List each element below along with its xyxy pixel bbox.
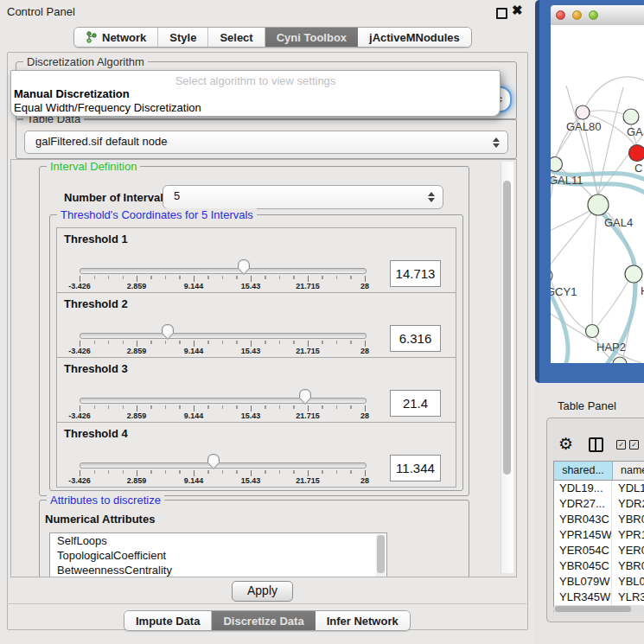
cell-name[interactable]: YDL1 — [612, 481, 644, 496]
slider-track[interactable] — [80, 333, 367, 339]
close-light-icon[interactable] — [556, 10, 565, 20]
slider-thumb[interactable] — [237, 258, 251, 276]
cell-shared-name[interactable]: YBR043C — [554, 512, 612, 527]
network-node-c[interactable] — [629, 145, 644, 162]
table-data-combo[interactable]: galFiltered.sif default node — [24, 131, 508, 154]
tab-select[interactable]: Select — [208, 28, 265, 47]
checkbox-icon[interactable]: ✓ — [629, 440, 639, 450]
cell-shared-name[interactable]: YBR045C — [554, 558, 612, 574]
tab-discretize-data[interactable]: Discretize Data — [212, 611, 315, 630]
split-table-columns-icon[interactable] — [589, 437, 603, 452]
network-node-hap2[interactable] — [586, 325, 599, 338]
slider-tick-label: 15.43 — [225, 347, 277, 355]
popup-option-manual-discretization[interactable]: Manual Discretization — [14, 87, 130, 100]
slider-track[interactable] — [80, 462, 367, 469]
table-panel-dock: Table Panel ⚙ ✓ ✓ shared... name YDL19..… — [534, 383, 644, 644]
network-node-gal4[interactable] — [588, 194, 609, 215]
minimize-light-icon[interactable] — [572, 10, 582, 20]
table-row[interactable]: YER054CYER0 — [554, 543, 644, 558]
table-row[interactable]: YPR145WYPR1 — [554, 527, 644, 543]
node-attribute-table[interactable]: shared... name YDL19...YDL1YDR27...YDR2Y… — [553, 461, 644, 612]
tab-jactivemnodules[interactable]: jActiveMNodules — [358, 28, 471, 47]
tab-infer-network[interactable]: Infer Network — [316, 611, 410, 630]
cell-name[interactable]: YBR0 — [612, 558, 644, 574]
table-panel-title: Table Panel — [558, 399, 616, 412]
list-scrollbar[interactable] — [376, 534, 386, 577]
scrollbar-thumb[interactable] — [377, 535, 385, 573]
slider-thumb[interactable] — [207, 453, 220, 470]
cell-shared-name[interactable]: YDR27... — [554, 496, 612, 512]
number-of-intervals-spinner[interactable]: 5 — [163, 185, 443, 209]
network-node-h[interactable] — [625, 265, 642, 283]
popup-option-equal-width-frequency[interactable]: Equal Width/Frequency Discretization — [14, 101, 201, 114]
tab-style[interactable]: Style — [158, 28, 208, 47]
cell-name[interactable]: YDR2 — [612, 496, 644, 512]
network-edge[interactable] — [583, 77, 644, 112]
table-row[interactable]: YDR27...YDR2 — [554, 496, 644, 512]
close-icon[interactable]: ✖ — [512, 3, 523, 18]
table-rows: YDL19...YDL1YDR27...YDR2YBR043CYBR0YPR14… — [554, 481, 644, 612]
network-icon — [86, 31, 97, 44]
cell-name[interactable]: YBL0 — [612, 574, 644, 590]
column-header-shared-name[interactable]: shared... — [554, 462, 613, 480]
scrollbar-thumb[interactable] — [555, 606, 631, 612]
apply-button[interactable]: Apply — [232, 581, 293, 602]
checkbox-icon[interactable]: ✓ — [616, 440, 626, 450]
float-window-icon[interactable] — [496, 8, 507, 19]
zoom-light-icon[interactable] — [589, 10, 598, 20]
number-of-intervals-value: 5 — [174, 189, 180, 202]
tab-impute-data[interactable]: Impute Data — [124, 611, 212, 630]
network-window-titlebar[interactable] — [551, 5, 644, 26]
numerical-attributes-list[interactable]: SelfLoopsTopologicalCoefficientBetweenne… — [49, 532, 387, 577]
table-row[interactable]: YBR045CYBR0 — [554, 558, 644, 574]
table-row[interactable]: YBR043CYBR0 — [554, 512, 644, 527]
slider-track[interactable] — [80, 268, 367, 274]
thresholds-group: Threshold's Coordinates for 5 Intervals … — [49, 214, 463, 491]
table-hscrollbar[interactable] — [553, 605, 644, 613]
cell-shared-name[interactable]: YPR145W — [554, 527, 612, 543]
network-edge[interactable] — [592, 215, 596, 325]
slider-tick-label: 9.144 — [168, 347, 220, 355]
slider-track[interactable] — [80, 398, 367, 404]
cell-shared-name[interactable]: YBL079W — [554, 574, 612, 590]
slider-thumb[interactable] — [161, 323, 175, 341]
cell-shared-name[interactable]: YDL19... — [554, 481, 612, 496]
cell-name[interactable]: YER0 — [612, 543, 644, 558]
tab-network[interactable]: Network — [74, 28, 158, 47]
attribute-item-topologicalcoefficient[interactable]: TopologicalCoefficient — [50, 548, 386, 563]
cell-shared-name[interactable]: YER054C — [554, 543, 612, 558]
tab-cyni-toolbox[interactable]: Cyni Toolbox — [265, 28, 358, 47]
threshold-value-field[interactable]: 11.344 — [390, 455, 441, 481]
network-graph[interactable]: GAL80GACGAL11GAL4GCY1HHAP2 — [551, 25, 644, 363]
slider-tick-label: 2.859 — [111, 347, 163, 355]
cell-name[interactable]: YPR1 — [612, 527, 644, 543]
cell-name[interactable]: YBR0 — [612, 512, 644, 527]
table-row[interactable]: YBL079WYBL0 — [554, 574, 644, 590]
column-header-name[interactable]: name — [613, 462, 644, 480]
table-row[interactable]: YLR345WYLR3 — [554, 590, 644, 605]
threshold-value-field[interactable]: 14.713 — [390, 260, 441, 287]
cell-name[interactable]: YLR3 — [612, 590, 644, 605]
network-node-gcy1[interactable] — [551, 269, 552, 283]
network-edge[interactable] — [590, 111, 624, 114]
slider-thumb[interactable] — [298, 388, 312, 405]
network-node-8[interactable] — [613, 357, 627, 363]
slider-tick-marks — [80, 405, 367, 411]
table-row[interactable]: YDL19...YDL1 — [554, 481, 644, 496]
attribute-item-selfloops[interactable]: SelfLoops — [50, 533, 386, 548]
node-label: HAP2 — [596, 341, 626, 354]
panel-scrollbar[interactable] — [501, 162, 513, 573]
settings-gear-icon[interactable]: ⚙ — [558, 434, 573, 454]
slider-tick-label: 2.859 — [111, 282, 163, 290]
network-node-ga[interactable] — [623, 109, 639, 124]
threshold-value-field[interactable]: 21.4 — [390, 390, 441, 417]
network-canvas[interactable]: GAL80GACGAL11GAL4GCY1HHAP2 — [551, 25, 644, 363]
network-node-gal11[interactable] — [551, 157, 563, 172]
panel-divider — [7, 603, 526, 604]
network-edge[interactable] — [597, 281, 628, 326]
threshold-value-field[interactable]: 6.316 — [390, 325, 441, 352]
network-node-gal80[interactable] — [576, 105, 590, 119]
scrollbar-thumb[interactable] — [503, 181, 511, 475]
attribute-item-betweennesscentrality[interactable]: BetweennessCentrality — [50, 563, 386, 577]
cell-shared-name[interactable]: YLR345W — [554, 590, 612, 605]
